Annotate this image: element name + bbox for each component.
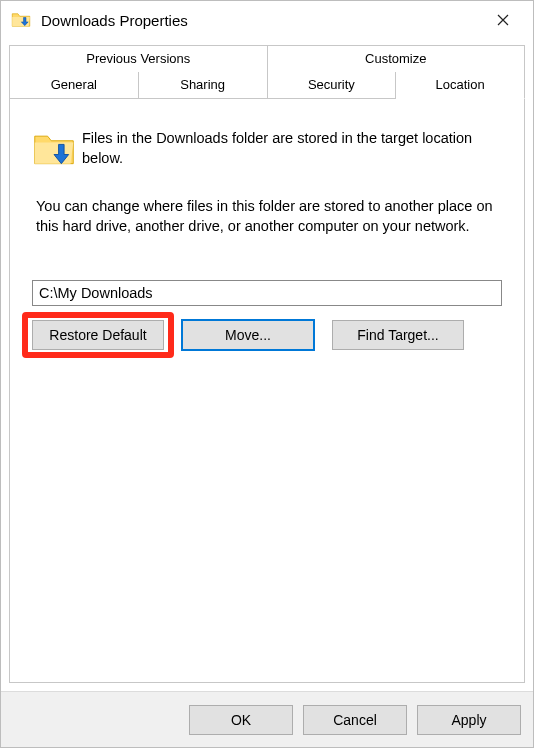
tab-security[interactable]: Security xyxy=(268,72,397,99)
dialog-action-row: OK Cancel Apply xyxy=(1,691,533,747)
downloads-folder-icon xyxy=(11,10,31,30)
window-title: Downloads Properties xyxy=(41,12,481,29)
close-button[interactable] xyxy=(481,5,525,35)
tab-sharing[interactable]: Sharing xyxy=(139,72,268,99)
restore-default-highlight: Restore Default xyxy=(32,320,164,350)
tab-customize[interactable]: Customize xyxy=(268,45,526,72)
location-path-input[interactable] xyxy=(32,280,502,306)
cancel-button[interactable]: Cancel xyxy=(303,705,407,735)
downloads-folder-large-icon xyxy=(32,127,76,171)
apply-button[interactable]: Apply xyxy=(417,705,521,735)
properties-dialog: Downloads Properties Previous Versions C… xyxy=(0,0,534,748)
location-panel: Files in the Downloads folder are stored… xyxy=(9,99,525,683)
restore-default-button[interactable]: Restore Default xyxy=(32,320,164,350)
intro-row: Files in the Downloads folder are stored… xyxy=(32,127,502,171)
move-button[interactable]: Move... xyxy=(182,320,314,350)
ok-button[interactable]: OK xyxy=(189,705,293,735)
titlebar: Downloads Properties xyxy=(1,1,533,39)
find-target-button[interactable]: Find Target... xyxy=(332,320,464,350)
intro-text: Files in the Downloads folder are stored… xyxy=(82,127,502,171)
tab-location[interactable]: Location xyxy=(396,72,525,99)
tab-previous-versions[interactable]: Previous Versions xyxy=(9,45,268,72)
tab-general[interactable]: General xyxy=(9,72,139,99)
tab-strip: Previous Versions Customize General Shar… xyxy=(1,39,533,99)
description-text: You can change where files in this folde… xyxy=(32,197,502,236)
location-buttons-row: Restore Default Move... Find Target... xyxy=(32,320,502,350)
